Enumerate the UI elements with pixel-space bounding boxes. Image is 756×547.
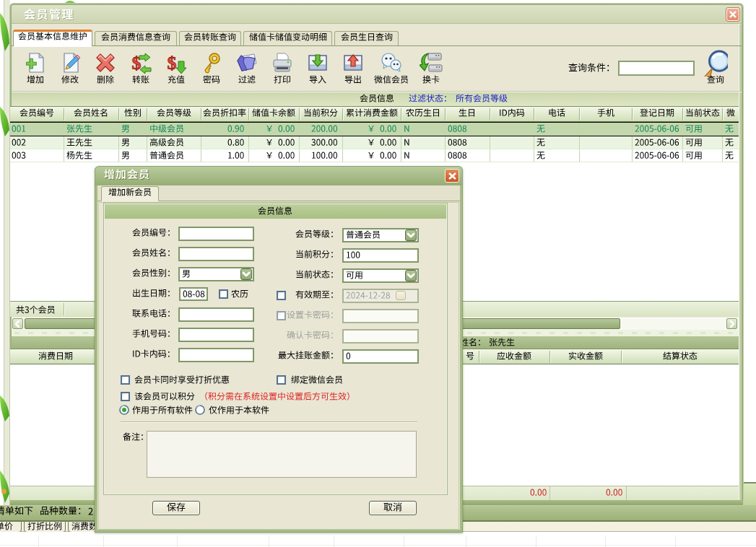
svg-text:$: $ xyxy=(168,53,177,74)
